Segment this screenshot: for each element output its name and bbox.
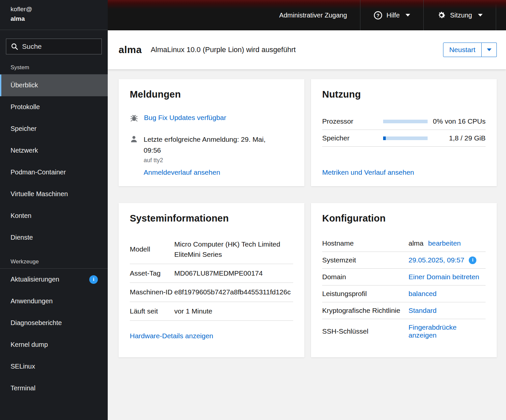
sidebar-item-netzwerk[interactable]: Netzwerk [0, 140, 108, 162]
memory-progress-bar [383, 136, 428, 140]
asset-tag-value: MD067LU87MEDMPE00174 [174, 268, 293, 278]
login-terminal-text: auf tty2 [144, 157, 282, 164]
user-icon [130, 135, 138, 143]
model-row: Modell Micro Computer (HK) Tech Limited … [130, 235, 293, 264]
chevron-down-icon [406, 14, 410, 16]
model-label: Modell [130, 244, 174, 254]
last-login-row: Letzte erfolgreiche Anmeldung: 29. Mai, … [130, 134, 293, 176]
system-information-card: Systeminformationen Modell Micro Compute… [119, 203, 304, 357]
restart-split-button: Neustart [443, 43, 497, 57]
host-brand: alma [119, 44, 142, 55]
bug-icon [130, 114, 138, 122]
search-icon [11, 43, 18, 50]
domain-label: Domain [322, 273, 408, 281]
gear-icon [437, 11, 446, 20]
cpu-label: Prozessor [322, 117, 383, 125]
uptime-value: vor 1 Minute [174, 306, 293, 316]
performance-profile-row: Leistungsprofil balanced [322, 285, 486, 302]
restart-dropdown-toggle[interactable] [482, 43, 497, 57]
usage-table: Prozessor 0% von 16 CPUs Speicher 1,8 / … [322, 113, 486, 147]
sidebar-item-podman-container[interactable]: Podman-Container [0, 162, 108, 183]
memory-progress-fill [383, 136, 386, 140]
hostname-value: alma [408, 239, 424, 247]
info-badge-icon: i [89, 275, 98, 284]
last-login-text: Letzte erfolgreiche Anmeldung: 29. Mai, … [144, 134, 282, 156]
nav-section-system: System [0, 54, 108, 74]
updates-row: Bug Fix Updates verfügbar [130, 113, 293, 122]
memory-label: Speicher [322, 134, 383, 142]
restart-button[interactable]: Neustart [443, 43, 482, 57]
time-info-icon[interactable]: i [469, 256, 476, 264]
nav-list-system: Überblick Protokolle Speicher Netzwerk P… [0, 75, 108, 249]
chevron-down-icon [487, 48, 492, 51]
card-title-nutzung: Nutzung [322, 89, 486, 100]
svg-text:?: ? [377, 12, 380, 18]
sidebar-item-ueberblick[interactable]: Überblick [0, 75, 108, 96]
nav-section-werkzeuge: Werkzeuge [0, 249, 108, 268]
card-title-meldungen: Meldungen [130, 89, 293, 100]
hostname-label: Hostname [322, 239, 408, 247]
uptime-label: Läuft seit [130, 306, 174, 316]
page-header: alma AlmaLinux 10.0 (Purple Lion) wird a… [108, 30, 506, 69]
ssh-keys-row: SSH-Schlüssel Fingerabdrücke anzeigen [322, 319, 486, 344]
sidebar-item-virtuelle-maschinen[interactable]: Virtuelle Maschinen [0, 183, 108, 205]
asset-tag-label: Asset-Tag [130, 268, 174, 278]
machine-id-value: e8f1979605b7427a8fb4455311fd126c [174, 287, 293, 297]
card-title-konfiguration: Konfiguration [322, 213, 486, 224]
help-menu[interactable]: ? Hilfe [360, 0, 423, 30]
system-time-link[interactable]: 29.05.2025, 09:57 [408, 256, 464, 264]
asset-tag-row: Asset-Tag MD067LU87MEDMPE00174 [130, 264, 293, 283]
sidebar-search[interactable] [6, 39, 102, 54]
performance-profile-link[interactable]: balanced [408, 290, 436, 298]
memory-usage-row: Speicher 1,8 / 29 GiB [322, 130, 486, 147]
chevron-down-icon [478, 14, 483, 16]
machine-id-label: Maschinen-ID [130, 287, 174, 297]
overview-content: Meldungen Bug Fix Updates verfügbar Letz… [108, 69, 506, 420]
user-block: kofler@ alma [0, 0, 108, 30]
cpu-progress-bar [383, 120, 428, 123]
username: kofler@ [11, 4, 108, 14]
admin-access-button[interactable]: Administrativer Zugang [266, 0, 360, 30]
cpu-value: 0% von 16 CPUs [428, 117, 486, 125]
metrics-history-link[interactable]: Metriken und Verlauf ansehen [322, 168, 414, 176]
hardware-details-link[interactable]: Hardware-Details anzeigen [130, 332, 213, 340]
sidebar-item-konten[interactable]: Konten [0, 205, 108, 227]
cpu-usage-row: Prozessor 0% von 16 CPUs [322, 113, 486, 130]
health-card: Meldungen Bug Fix Updates verfügbar Letz… [119, 79, 304, 186]
crypto-policy-row: Kryptografische Richtlinie Standard [322, 302, 486, 319]
sidebar-item-speicher[interactable]: Speicher [0, 118, 108, 140]
sidebar-item-aktualisierungen[interactable]: Aktualisierungen i [0, 269, 108, 290]
user-host: alma [11, 14, 108, 23]
usage-card: Nutzung Prozessor 0% von 16 CPUs Speiche… [311, 79, 497, 186]
ssh-keys-label: SSH-Schlüssel [322, 327, 408, 335]
uptime-row: Läuft seit vor 1 Minute [130, 302, 293, 321]
updates-available-link[interactable]: Bug Fix Updates verfügbar [144, 114, 226, 122]
system-time-label: Systemzeit [322, 256, 408, 264]
sidebar-item-protokolle[interactable]: Protokolle [0, 96, 108, 118]
config-table: Hostname alma bearbeiten Systemzeit 29.0… [322, 235, 486, 344]
model-value: Micro Computer (HK) Tech Limited EliteMi… [174, 239, 293, 259]
sidebar-item-diagnoseberichte[interactable]: Diagnoseberichte [0, 312, 108, 334]
session-menu[interactable]: Sitzung [423, 0, 496, 30]
masthead-end [496, 0, 506, 30]
hostname-edit-link[interactable]: bearbeiten [428, 239, 461, 247]
sidebar-item-selinux[interactable]: SELinux [0, 356, 108, 377]
question-circle-icon: ? [374, 11, 382, 20]
sidebar-item-dienste[interactable]: Dienste [0, 227, 108, 249]
crypto-policy-link[interactable]: Standard [408, 307, 436, 315]
crypto-policy-label: Kryptografische Richtlinie [322, 307, 408, 315]
machine-id-row: Maschinen-ID e8f1979605b7427a8fb4455311f… [130, 283, 293, 302]
sidebar: kofler@ alma System Überblick Protokolle… [0, 0, 108, 420]
sidebar-item-terminal[interactable]: Terminal [0, 377, 108, 399]
join-domain-link[interactable]: Einer Domain beitreten [408, 273, 479, 281]
domain-row: Domain Einer Domain beitreten [322, 269, 486, 285]
sidebar-item-kernel-dump[interactable]: Kernel dump [0, 334, 108, 356]
login-history-link[interactable]: Anmeldeverlauf ansehen [144, 168, 220, 176]
card-title-systeminformationen: Systeminformationen [130, 213, 293, 224]
performance-profile-label: Leistungsprofil [322, 290, 408, 298]
sidebar-item-anwendungen[interactable]: Anwendungen [0, 290, 108, 312]
ssh-fingerprints-link[interactable]: Fingerabdrücke anzeigen [408, 323, 486, 339]
search-input[interactable] [22, 43, 97, 50]
masthead: Administrativer Zugang ? Hilfe Sitzung [108, 0, 506, 30]
memory-value: 1,8 / 29 GiB [428, 134, 486, 142]
